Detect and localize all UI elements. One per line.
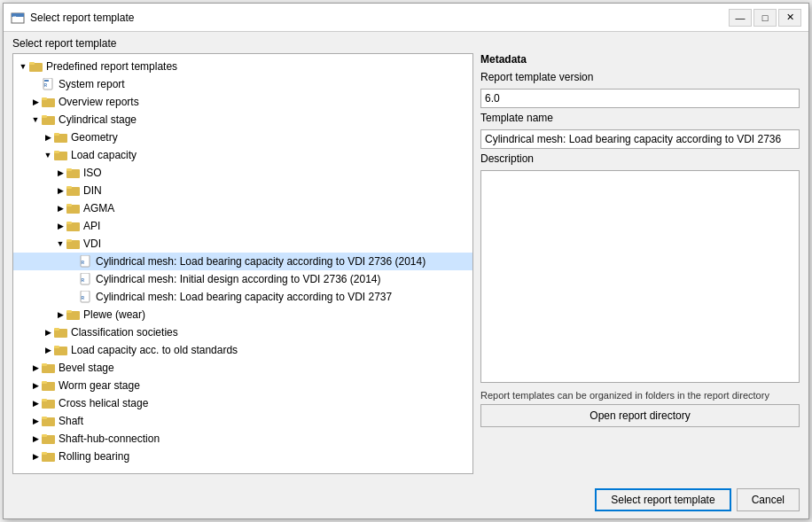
dialog-icon: R [11, 11, 25, 25]
tree-item-vdi2[interactable]: R Cylindrical mesh: Initial design accor… [13, 270, 472, 288]
folder-icon [42, 415, 56, 427]
svg-rect-18 [66, 168, 72, 171]
expand-icon[interactable]: ▼ [54, 238, 66, 250]
expand-icon[interactable]: ▶ [29, 432, 42, 445]
tree-label: Overview reports [59, 96, 139, 108]
tree-item-iso[interactable]: ▶ ISO [13, 164, 472, 182]
expand-icon[interactable]: ▶ [54, 220, 66, 232]
expand-icon[interactable]: ▼ [17, 60, 29, 73]
expand-icon[interactable]: ▼ [29, 113, 42, 126]
tree-label: DIN [83, 184, 102, 197]
tree-item-system[interactable]: R System report [13, 75, 472, 93]
file-icon: R [79, 255, 93, 268]
tree-label: Classification societies [71, 326, 178, 339]
svg-text:R: R [13, 14, 17, 19]
description-label: Description [480, 152, 800, 165]
template-name-label: Template name [480, 112, 800, 124]
version-input[interactable] [480, 89, 800, 108]
title-controls: — □ ✕ [729, 9, 801, 27]
expand-icon[interactable]: ▶ [42, 344, 54, 356]
right-panel: Metadata Report template version Templat… [480, 53, 800, 474]
tree-item-rolling[interactable]: ▶ Rolling bearing [13, 448, 472, 465]
folder-icon [66, 184, 81, 197]
tree-item-cylindrical[interactable]: ▼ Cylindrical stage [13, 111, 472, 129]
svg-rect-46 [42, 417, 47, 419]
tree-item-loadcapacc[interactable]: ▶ Load capacity acc. to old standards [13, 341, 472, 359]
maximize-button[interactable]: □ [753, 9, 777, 27]
template-name-input[interactable] [480, 129, 800, 149]
tree-item-overview[interactable]: ▶ Overview reports [13, 93, 472, 111]
expand-icon[interactable]: ▶ [29, 362, 42, 374]
tree-item-agma[interactable]: ▶ AGMA [13, 199, 472, 217]
tree-item-geometry[interactable]: ▶ Geometry [13, 129, 472, 146]
expand-icon[interactable]: ▶ [54, 308, 66, 321]
tree-item-predefined[interactable]: ▼ Predefined report templates [13, 58, 472, 75]
description-textarea[interactable] [480, 170, 800, 383]
dialog: R Select report template — □ ✕ Select re… [3, 3, 809, 519]
tree-label: Shaft [59, 415, 83, 427]
tree-item-din[interactable]: ▶ DIN [13, 182, 472, 199]
tree-label: VDI [83, 238, 101, 250]
expand-icon[interactable]: ▶ [42, 131, 54, 144]
expand-icon[interactable]: ▶ [29, 379, 42, 392]
tree-label: Shaft-hub-connection [59, 432, 160, 445]
tree-label: System report [59, 78, 125, 90]
folder-icon [54, 326, 68, 339]
tree-label: Bevel stage [59, 362, 114, 374]
svg-rect-42 [42, 381, 47, 384]
expand-icon[interactable]: ▶ [54, 202, 66, 214]
tree-label: Cylindrical mesh: Load bearing capacity … [96, 255, 426, 268]
tree-item-vdi3[interactable]: R Cylindrical mesh: Load bearing capacit… [13, 288, 472, 306]
folder-icon [42, 379, 56, 392]
tree-item-crosshelical[interactable]: ▶ Cross helical stage [13, 394, 472, 412]
folder-icon [42, 96, 56, 108]
svg-rect-7 [44, 80, 49, 82]
svg-text:R: R [82, 295, 85, 300]
tree-label: Worm gear stage [59, 379, 140, 392]
tree-item-classification[interactable]: ▶ Classification societies [13, 323, 472, 341]
tree-item-bevel[interactable]: ▶ Bevel stage [13, 359, 472, 377]
folder-icon [66, 238, 81, 250]
open-dir-button[interactable]: Open report directory [480, 404, 800, 427]
tree-item-worm[interactable]: ▶ Worm gear stage [13, 377, 472, 394]
select-template-button[interactable]: Select report template [595, 488, 730, 511]
tree-item-shaft[interactable]: ▶ Shaft [13, 412, 472, 430]
minimize-button[interactable]: — [729, 9, 752, 27]
expand-icon[interactable]: ▶ [54, 184, 66, 197]
tree-item-plewe[interactable]: ▶ Plewe (wear) [13, 306, 472, 323]
expand-icon[interactable]: ▶ [29, 397, 42, 409]
folder-icon [54, 344, 68, 356]
tree-item-loadcapacity[interactable]: ▼ Load capacity [13, 146, 472, 164]
tree-item-shafthub[interactable]: ▶ Shaft-hub-connection [13, 430, 472, 448]
tree-item-vdi[interactable]: ▼ VDI [13, 235, 472, 253]
cancel-button[interactable]: Cancel [737, 488, 800, 511]
expand-icon[interactable]: ▼ [42, 149, 54, 161]
tree-label: Cylindrical mesh: Load bearing capacity … [96, 291, 392, 303]
tree-item-api[interactable]: ▶ API [13, 217, 472, 235]
title-bar-left: R Select report template [11, 11, 134, 25]
tree-label: Cylindrical mesh: Initial design accordi… [96, 273, 381, 285]
tree-item-vdi1[interactable]: R Cylindrical mesh: Load bearing capacit… [13, 253, 472, 270]
dialog-label: Select report template [4, 32, 808, 53]
tree-label: Geometry [71, 131, 118, 144]
expand-icon[interactable]: ▶ [42, 326, 54, 339]
svg-rect-44 [42, 399, 47, 401]
tree-area: ▼ Predefined report templates R System r… [13, 54, 472, 473]
expand-icon[interactable]: ▶ [29, 450, 42, 463]
tree-label: ISO [83, 167, 102, 179]
svg-rect-34 [66, 310, 72, 313]
svg-rect-16 [54, 151, 59, 153]
close-button[interactable]: ✕ [778, 9, 801, 27]
expand-icon[interactable]: ▶ [54, 167, 66, 179]
tree-label: Cylindrical stage [59, 113, 137, 126]
expand-icon[interactable]: ▶ [29, 415, 42, 427]
folder-icon [42, 362, 56, 374]
tree-label: Load capacity [71, 149, 137, 161]
folder-icon [54, 149, 68, 161]
tree-panel[interactable]: ▼ Predefined report templates R System r… [12, 53, 473, 474]
expand-icon[interactable]: ▶ [29, 96, 42, 108]
folder-icon [54, 131, 68, 144]
folder-icon [42, 397, 56, 409]
file-icon: R [79, 291, 93, 303]
folder-icon [66, 220, 81, 232]
